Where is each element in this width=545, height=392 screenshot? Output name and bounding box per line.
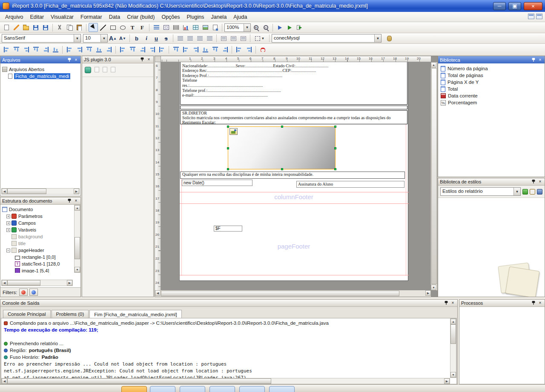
js-run-icon[interactable] [85, 67, 91, 73]
js-open-icon[interactable] [103, 67, 107, 72]
close-panel-icon[interactable]: × [146, 57, 152, 62]
band-separator[interactable] [180, 203, 409, 204]
expand-icon[interactable]: + [6, 221, 10, 225]
zoom-out-icon[interactable]: − [261, 23, 270, 32]
tree-node-title[interactable]: title [0, 240, 80, 247]
chart-icon[interactable] [181, 23, 190, 32]
copy-icon[interactable] [65, 23, 74, 32]
same-height-max-icon[interactable] [94, 45, 103, 54]
scrollbar-thumb[interactable] [7, 378, 271, 384]
align-right-icon[interactable] [195, 34, 204, 43]
same-width-max-icon[interactable] [75, 45, 84, 54]
scrollbar-thumb[interactable] [7, 280, 40, 286]
open-folder-icon[interactable] [21, 23, 31, 32]
signature-field[interactable]: Assinatura do Aluno [296, 181, 404, 188]
same-size-icon[interactable] [104, 45, 113, 54]
spacer-box[interactable] [180, 106, 407, 109]
band-separator[interactable] [180, 275, 409, 275]
pencil-icon[interactable] [11, 23, 21, 32]
menu-data[interactable]: Data [106, 13, 123, 21]
chevron-down-icon[interactable]: ▼ [513, 188, 520, 195]
taskbar-button[interactable] [180, 386, 205, 392]
pin-icon[interactable] [443, 301, 449, 305]
scrollbar-thumb[interactable] [450, 324, 456, 344]
pin-icon[interactable] [531, 180, 536, 184]
send-to-back-icon[interactable] [244, 45, 253, 54]
resize-handle-nw[interactable] [227, 126, 229, 128]
scroll-left-icon[interactable]: ◀ [2, 378, 7, 384]
tree-node-background[interactable]: background [0, 233, 80, 240]
border-combo[interactable]: ▼ [252, 34, 267, 43]
subreport-icon[interactable] [210, 23, 220, 32]
scrollbar-thumb[interactable] [161, 291, 399, 296]
join-left-icon[interactable] [147, 45, 157, 54]
tab-console-principal[interactable]: Console Principal [3, 310, 51, 318]
library-item-current-date[interactable]: Data corrente [438, 92, 545, 99]
report-page[interactable]: ........................................… [179, 62, 408, 281]
band-separator[interactable] [180, 192, 409, 192]
taskbar-button[interactable] [269, 386, 295, 392]
reload-styles-icon[interactable] [537, 189, 542, 195]
structure-h-scrollbar[interactable]: ◀ ▶ [1, 280, 73, 286]
restore-frame-icon[interactable] [528, 14, 534, 19]
scroll-down-icon[interactable]: ▼ [450, 372, 456, 378]
connection-combo[interactable]: conecMysql ▼ [272, 34, 382, 43]
resize-handle-se[interactable] [334, 168, 336, 170]
same-height-icon[interactable] [84, 45, 94, 54]
pin-icon[interactable] [531, 58, 536, 62]
scrollbar-thumb[interactable] [431, 68, 437, 284]
valign-top-icon[interactable] [219, 34, 228, 43]
pin-icon[interactable] [139, 57, 145, 62]
filter-blue-button[interactable] [29, 289, 38, 296]
resize-handle-w[interactable] [227, 147, 229, 149]
director-request-box[interactable]: SR.DIRETOR Solicito matricula nos compon… [180, 110, 407, 124]
space-h-increase-icon[interactable] [181, 45, 190, 54]
scroll-up-icon[interactable]: ▲ [75, 205, 80, 211]
close-button[interactable]: × [524, 2, 542, 10]
add-style-icon[interactable] [522, 189, 528, 195]
student-fields-box[interactable]: ........................................… [180, 62, 407, 105]
pin-icon[interactable] [66, 199, 72, 203]
save-icon[interactable] [31, 23, 40, 32]
space-h-equal-icon[interactable] [171, 45, 181, 54]
strikethrough-icon[interactable]: s [161, 34, 171, 43]
new-frame-icon[interactable] [536, 14, 542, 19]
tree-node-documento[interactable]: Documento [0, 206, 80, 213]
maximize-button[interactable]: ▣ [508, 2, 521, 10]
close-panel-icon[interactable]: × [537, 301, 543, 305]
console-h-scrollbar[interactable]: ◀ ▶ [1, 378, 450, 384]
menu-formatar[interactable]: Formatar [77, 13, 106, 21]
scroll-down-icon[interactable]: ▼ [431, 285, 436, 290]
library-item-total-pages[interactable]: Total de páginas [438, 72, 545, 79]
scroll-right-icon[interactable]: ▶ [444, 378, 450, 384]
scroll-left-icon[interactable]: ◀ [2, 189, 7, 194]
taskbar-button[interactable] [150, 386, 175, 392]
menu-ajuda[interactable]: Ajuda [230, 13, 250, 21]
scroll-up-icon[interactable]: ▲ [450, 319, 456, 324]
zoom-in-icon[interactable]: + [251, 23, 261, 32]
design-viewport[interactable]: ........................................… [161, 62, 431, 290]
open-files-root[interactable]: Arquivos Abertos [0, 66, 80, 73]
menu-editar[interactable]: Editar [26, 13, 47, 21]
pointer-tool-icon[interactable] [89, 23, 98, 32]
paste-icon[interactable] [75, 23, 84, 32]
tree-node-pageheader[interactable]: − pageHeader [0, 247, 80, 254]
font-decrease-icon[interactable]: A▼ [118, 34, 127, 43]
library-item-total[interactable]: Total [438, 86, 545, 92]
scroll-right-icon[interactable]: ▶ [425, 290, 431, 296]
frame-icon[interactable] [161, 23, 171, 32]
valign-middle-icon[interactable] [229, 34, 238, 43]
resize-handle-sw[interactable] [227, 168, 229, 170]
tree-node-variaveis[interactable]: + Varáveis [0, 226, 80, 233]
library-item-percentage[interactable]: %Porcentagem [438, 99, 545, 106]
underline-icon[interactable]: u [152, 34, 161, 43]
scrollbar-thumb[interactable] [7, 189, 46, 194]
menu-janela[interactable]: Janela [208, 13, 230, 21]
font-size-combo[interactable]: 10 ▼ [83, 34, 108, 43]
center-h-band-icon[interactable] [118, 45, 127, 54]
save-all-icon[interactable] [41, 23, 50, 32]
line-tool-icon[interactable] [98, 23, 108, 32]
files-h-scrollbar[interactable]: ◀ ▶ [1, 188, 80, 195]
barcode-icon[interactable] [171, 23, 181, 32]
tab-problems[interactable]: Problems (0) [52, 310, 89, 318]
